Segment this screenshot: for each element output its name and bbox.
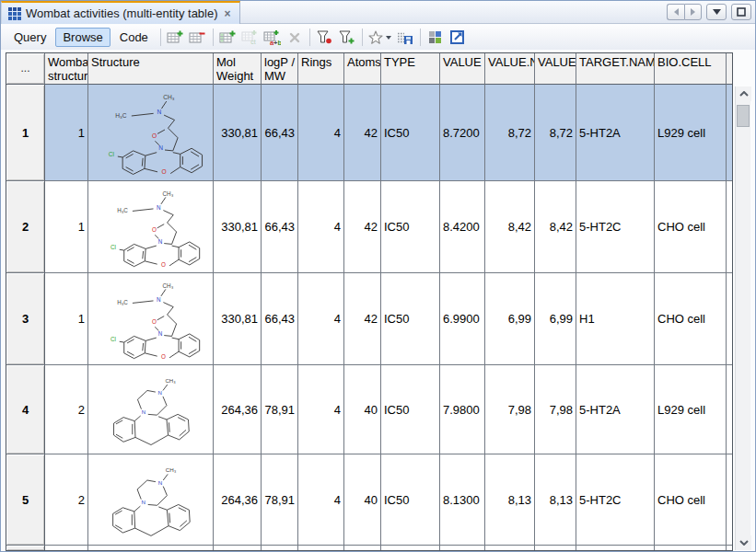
cell-mol-row-4[interactable]: CH₃NN — [88, 365, 214, 454]
column-header-wombat[interactable]: Wombat structures — [45, 53, 88, 85]
open-editor-button[interactable] — [447, 28, 469, 48]
row-header-2[interactable]: 2 — [6, 181, 45, 273]
maximize-button[interactable] — [731, 4, 751, 20]
column-header-logp[interactable]: logP / MW — [262, 53, 298, 85]
tab-close-icon[interactable]: × — [223, 8, 233, 19]
cell-bio-row-5[interactable]: CHO cell — [655, 454, 727, 546]
save-list-button[interactable] — [394, 28, 416, 48]
cell-value_n-row-2[interactable]: 8,42 — [485, 181, 535, 273]
scroll-up-button[interactable] — [736, 86, 751, 101]
code-mode-button[interactable]: Code — [112, 28, 156, 47]
cell-bio-row-1[interactable]: L929 cell — [655, 85, 727, 181]
row-header-4[interactable]: 4 — [6, 365, 45, 454]
cell-target-row-3[interactable]: H1 — [576, 273, 655, 365]
cell-mol-row-2[interactable]: CH₃H₃CNONClO — [88, 181, 214, 273]
delete-button[interactable] — [284, 28, 306, 48]
cell-mw-row-3[interactable]: 330,81 — [214, 273, 262, 365]
cell-type-row-5[interactable]: IC50 — [381, 454, 440, 546]
column-header-type[interactable]: TYPE — [381, 53, 440, 85]
cell-rings-row-1[interactable]: 4 — [298, 85, 344, 181]
cell-rings-row-5[interactable]: 4 — [298, 454, 344, 546]
cell-atoms-row-1[interactable]: 42 — [344, 85, 381, 181]
cell-value_x-row-1[interactable]: 8,72 — [535, 85, 576, 181]
column-header-target[interactable]: TARGET.NAM — [576, 53, 655, 85]
cell-type-row-1[interactable]: IC50 — [381, 85, 440, 181]
cell-mol-row-1[interactable]: CH₃H₃CNONClO — [88, 85, 214, 181]
widgets-button[interactable] — [425, 28, 447, 48]
cell-wombat-row-1[interactable]: 1 — [45, 85, 88, 181]
cell-bio-row-3[interactable]: CHO cell — [655, 273, 727, 365]
cell-value_x-row-4[interactable]: 7,98 — [535, 365, 576, 454]
browse-mode-button[interactable]: Browse — [55, 28, 110, 47]
cell-target-row-4[interactable]: 5-HT2A — [576, 365, 655, 454]
cell-value_n-row-5[interactable]: 8,13 — [485, 454, 535, 546]
cell-atoms-row-4[interactable]: 40 — [344, 365, 381, 454]
cell-value_x-row-5[interactable]: 8,13 — [535, 454, 576, 546]
cell-value-row-2[interactable]: 8.4200 — [440, 181, 485, 273]
cell-atoms-row-5[interactable]: 40 — [344, 454, 381, 546]
cell-value-row-3[interactable]: 6.9900 — [440, 273, 485, 365]
table-remove-button[interactable] — [187, 28, 209, 48]
cell-rings-row-3[interactable]: 4 — [298, 273, 344, 365]
scrollbar-thumb[interactable] — [737, 105, 750, 127]
tab-wombat-activities[interactable]: Wombat activities (multi-entity table) × — [1, 1, 240, 24]
row-header-3[interactable]: 3 — [6, 273, 45, 365]
row-header-5[interactable]: 5 — [6, 454, 45, 546]
column-header-atoms[interactable]: Atoms — [344, 53, 381, 85]
table-add-button[interactable] — [165, 28, 187, 48]
cell-atoms-row-2[interactable]: 42 — [344, 181, 381, 273]
tab-list-dropdown-button[interactable] — [706, 4, 727, 20]
cell-wombat-row-2[interactable]: 1 — [45, 181, 88, 273]
cell-mol-row-5[interactable]: CH₃NN — [88, 454, 214, 546]
cell-logp-row-4[interactable]: 78,91 — [262, 365, 298, 454]
cell-type-row-3[interactable]: IC50 — [381, 273, 440, 365]
column-header-value_x[interactable]: VALUE. — [535, 53, 576, 85]
cell-wombat-row-4[interactable]: 2 — [45, 365, 88, 454]
vertical-scrollbar[interactable] — [735, 86, 750, 550]
cell-type-row-2[interactable]: IC50 — [381, 181, 440, 273]
cell-mol-row-3[interactable]: CH₃H₃CNONClO — [88, 273, 214, 365]
cell-target-row-1[interactable]: 5-HT2A — [576, 85, 655, 181]
cell-logp-row-3[interactable]: 66,43 — [262, 273, 298, 365]
cell-value-row-4[interactable]: 7.9800 — [440, 365, 485, 454]
cell-logp-row-5[interactable]: 78,91 — [262, 454, 298, 546]
row-add-ab-button[interactable]: a+b — [262, 28, 284, 48]
cell-logp-row-2[interactable]: 66,43 — [262, 181, 298, 273]
cell-wombat-row-3[interactable]: 1 — [45, 273, 88, 365]
table-corner-button[interactable]: ... — [6, 53, 45, 85]
column-header-mw[interactable]: Mol Weight — [214, 53, 262, 85]
scroll-down-button[interactable] — [736, 535, 751, 550]
column-header-value_n[interactable]: VALUE.N — [485, 53, 535, 85]
cell-rings-row-2[interactable]: 4 — [298, 181, 344, 273]
filter-active-button[interactable] — [314, 28, 336, 48]
cell-bio-row-2[interactable]: CHO cell — [655, 181, 727, 273]
cell-mw-row-1[interactable]: 330,81 — [214, 85, 262, 181]
row-add-button[interactable] — [217, 28, 239, 48]
cell-rings-row-4[interactable]: 4 — [298, 365, 344, 454]
cell-mw-row-5[interactable]: 264,36 — [214, 454, 262, 546]
cell-target-row-5[interactable]: 5-HT2C — [576, 454, 655, 546]
cell-value_n-row-1[interactable]: 8,72 — [485, 85, 535, 181]
cell-value_n-row-4[interactable]: 7,98 — [485, 365, 535, 454]
cell-logp-row-1[interactable]: 66,43 — [262, 85, 298, 181]
cell-mw-row-4[interactable]: 264,36 — [214, 365, 262, 454]
column-header-mol[interactable]: Structure — [88, 53, 214, 85]
cell-value-row-5[interactable]: 8.1300 — [440, 454, 485, 546]
column-header-rings[interactable]: Rings — [298, 53, 344, 85]
column-header-value[interactable]: VALUE — [440, 53, 485, 85]
query-mode-button[interactable]: Query — [6, 28, 53, 47]
cell-bio-row-4[interactable]: L929 cell — [655, 365, 727, 454]
cell-value_n-row-3[interactable]: 6,99 — [485, 273, 535, 365]
cell-value-row-1[interactable]: 8.7200 — [440, 85, 485, 181]
filter-add-button[interactable] — [336, 28, 358, 48]
cell-value_x-row-2[interactable]: 8,42 — [535, 181, 576, 273]
favorites-button[interactable] — [366, 28, 394, 48]
cell-atoms-row-3[interactable]: 42 — [344, 273, 381, 365]
cell-value_x-row-3[interactable]: 6,99 — [535, 273, 576, 365]
tab-scroll-left-button[interactable] — [667, 4, 684, 20]
tab-scroll-right-button[interactable] — [684, 4, 702, 20]
cell-target-row-2[interactable]: 5-HT2C — [576, 181, 655, 273]
row-header-1[interactable]: 1 — [6, 85, 45, 181]
cell-type-row-4[interactable]: IC50 — [381, 365, 440, 454]
cell-wombat-row-5[interactable]: 2 — [45, 454, 88, 546]
